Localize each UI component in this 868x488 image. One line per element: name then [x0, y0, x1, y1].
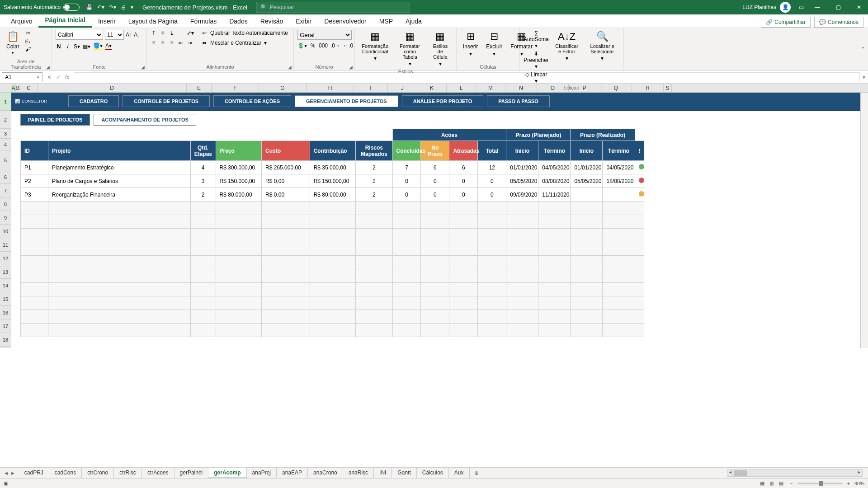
- increase-indent-icon[interactable]: ⇥: [187, 40, 193, 46]
- cell[interactable]: [538, 310, 571, 324]
- zoom-in-icon[interactable]: +: [847, 481, 850, 486]
- cell[interactable]: 6: [421, 161, 449, 174]
- ribbon-tab-revisão[interactable]: Revisão: [254, 15, 290, 28]
- cell[interactable]: [449, 256, 478, 269]
- ribbon-tab-arquivo[interactable]: Arquivo: [5, 15, 38, 28]
- cell[interactable]: [392, 242, 421, 256]
- horizontal-scrollbar[interactable]: [727, 469, 863, 477]
- cell[interactable]: [449, 242, 478, 256]
- nav-button[interactable]: ANÁLISE POR PROJETO: [402, 95, 484, 107]
- cell[interactable]: [310, 283, 356, 296]
- table-row[interactable]: [21, 256, 644, 269]
- underline-icon[interactable]: S▾: [74, 43, 80, 50]
- select-all-corner[interactable]: [0, 84, 11, 92]
- cell[interactable]: [310, 310, 356, 324]
- cell[interactable]: [48, 310, 190, 324]
- cell[interactable]: [421, 229, 449, 242]
- sheet-tab[interactable]: anaEAP: [277, 468, 308, 479]
- cell[interactable]: [310, 269, 356, 283]
- cell[interactable]: 04/05/2020: [538, 161, 571, 174]
- cell[interactable]: R$ 35.000,00: [310, 161, 356, 174]
- row-header[interactable]: 16: [0, 306, 11, 319]
- cell[interactable]: R$ 150.000,00: [216, 174, 262, 188]
- row-header[interactable]: 18: [0, 333, 11, 347]
- cell[interactable]: [538, 283, 571, 296]
- table-row[interactable]: [21, 324, 644, 337]
- decrease-font-icon[interactable]: A↓: [134, 32, 140, 38]
- nav-button[interactable]: CONTROLE DE PROJETOS: [123, 95, 210, 107]
- customize-icon[interactable]: ▾: [131, 4, 133, 10]
- sheet-tab[interactable]: gerAcomp: [208, 468, 246, 479]
- cell[interactable]: [571, 256, 603, 269]
- table-row[interactable]: [21, 269, 644, 283]
- cell[interactable]: [421, 296, 449, 310]
- cell[interactable]: [356, 202, 392, 215]
- cell[interactable]: [48, 256, 190, 269]
- row-header[interactable]: 2: [0, 111, 11, 129]
- cell[interactable]: [392, 269, 421, 283]
- autosave-toggle[interactable]: Salvamento Automático: [4, 4, 80, 11]
- cell[interactable]: [478, 256, 506, 269]
- cell[interactable]: [21, 202, 48, 215]
- cell[interactable]: [538, 269, 571, 283]
- cell[interactable]: [262, 202, 310, 215]
- cell[interactable]: [635, 242, 644, 256]
- cell[interactable]: [538, 215, 571, 229]
- nav-button[interactable]: GERENCIAMENTO DE PROJETOS: [295, 95, 398, 107]
- ribbon-tab-desenvolvedor[interactable]: Desenvolvedor: [318, 15, 373, 28]
- cell[interactable]: 09/09/2020: [506, 188, 538, 202]
- cell[interactable]: 0: [449, 174, 478, 188]
- sheet-tab[interactable]: anaCrono: [308, 468, 343, 479]
- ribbon-tab-layout-da-página[interactable]: Layout da Página: [122, 15, 184, 28]
- cell[interactable]: [571, 296, 603, 310]
- cell[interactable]: P3: [21, 188, 48, 202]
- cell[interactable]: [635, 310, 644, 324]
- cell[interactable]: [449, 324, 478, 337]
- align-top-icon[interactable]: ⤒: [151, 30, 157, 36]
- cell[interactable]: [356, 324, 392, 337]
- cell[interactable]: [392, 256, 421, 269]
- cell[interactable]: [538, 202, 571, 215]
- cell[interactable]: 0: [478, 174, 506, 188]
- comma-icon[interactable]: 000: [319, 42, 328, 49]
- ribbon-tab-exibir[interactable]: Exibir: [289, 15, 318, 28]
- wrap-text-button[interactable]: ↩ Quebrar Texto Automaticamente: [201, 30, 288, 36]
- cell[interactable]: 04/05/2020: [603, 161, 635, 174]
- ribbon-tab-dados[interactable]: Dados: [223, 15, 254, 28]
- cell[interactable]: [603, 310, 635, 324]
- cell[interactable]: [449, 215, 478, 229]
- cell[interactable]: [48, 296, 190, 310]
- cell[interactable]: [478, 283, 506, 296]
- column-header[interactable]: S: [664, 84, 672, 92]
- column-header[interactable]: G: [259, 84, 307, 92]
- decrease-decimal-icon[interactable]: ←.0: [343, 42, 353, 49]
- cell[interactable]: [262, 256, 310, 269]
- cell[interactable]: [506, 215, 538, 229]
- column-header[interactable]: B: [16, 84, 20, 92]
- cell[interactable]: [571, 188, 603, 202]
- column-header[interactable]: R: [632, 84, 664, 92]
- row-header[interactable]: 14: [0, 279, 11, 292]
- table-row[interactable]: [21, 229, 644, 242]
- sheet-tab[interactable]: ctrRisc: [114, 468, 142, 479]
- cell[interactable]: [571, 324, 603, 337]
- paste-button[interactable]: 📋Colar▾: [4, 30, 22, 56]
- cell[interactable]: [478, 229, 506, 242]
- cell[interactable]: [603, 215, 635, 229]
- cell[interactable]: 2: [356, 161, 392, 174]
- cell[interactable]: [190, 283, 216, 296]
- page-break-view-icon[interactable]: ▤: [777, 480, 785, 486]
- cell[interactable]: [449, 269, 478, 283]
- cell[interactable]: [635, 296, 644, 310]
- row-header[interactable]: 7: [0, 184, 11, 197]
- cell[interactable]: [310, 229, 356, 242]
- cell[interactable]: [190, 256, 216, 269]
- decrease-indent-icon[interactable]: ⇤: [178, 40, 184, 46]
- cell[interactable]: [603, 202, 635, 215]
- cell[interactable]: [216, 256, 262, 269]
- cell[interactable]: [356, 310, 392, 324]
- cell[interactable]: [538, 229, 571, 242]
- cell[interactable]: 7: [392, 161, 421, 174]
- conditional-formatting-button[interactable]: ▦Formatação Condicional▾: [359, 30, 392, 62]
- row-header[interactable]: 6: [0, 170, 11, 184]
